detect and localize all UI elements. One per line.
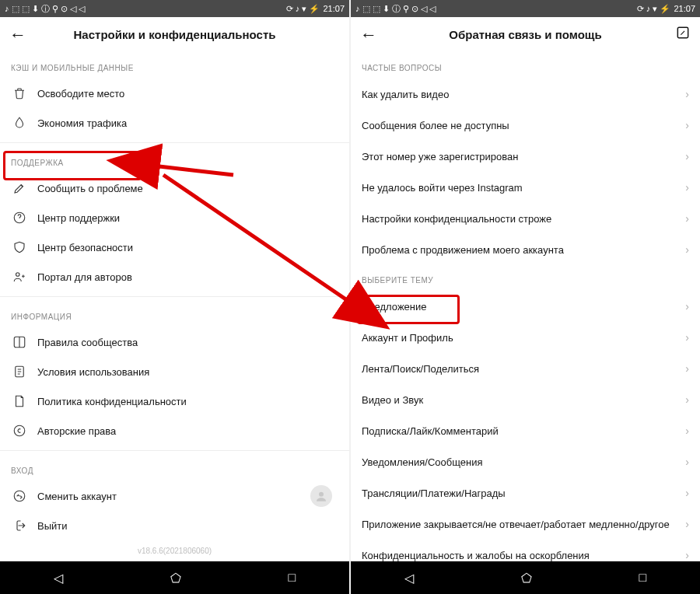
drop-icon — [11, 116, 28, 130]
divider — [0, 142, 349, 143]
chevron-right-icon: › — [685, 150, 689, 162]
faq-item[interactable]: Этот номер уже зарегистрирован› — [351, 141, 700, 172]
section-faq-header: ЧАСТЫЕ ВОПРОСЫ — [351, 53, 700, 79]
row-support-center[interactable]: Центр поддержки — [0, 203, 349, 232]
phone-right: ♪ ⬚ ⬚ ⬇ ⓘ ⚲ ⊙ ◁ ◁ ⟳ ♪ ▾ ⚡ 21:07 ← Обратн… — [351, 0, 700, 594]
back-icon[interactable]: ← — [360, 25, 377, 45]
nav-back-icon[interactable]: ◁ — [404, 571, 414, 585]
row-logout[interactable]: Выйти — [0, 511, 349, 540]
row-safety-center[interactable]: Центр безопасности — [0, 232, 349, 262]
faq-item[interactable]: Настройки конфиденциальности строже› — [351, 203, 700, 234]
row-label: Приложение закрывается/не отвечает/работ… — [362, 519, 685, 530]
chevron-right-icon: › — [685, 212, 689, 225]
nav-bar: ◁ ⬠ □ — [0, 561, 349, 594]
chevron-right-icon: › — [685, 456, 689, 468]
row-label: Сменить аккаунт — [37, 491, 310, 502]
faq-item[interactable]: Сообщения более не доступны› — [351, 110, 700, 141]
back-icon[interactable]: ← — [9, 25, 26, 45]
row-label: Как удалить видео — [362, 89, 685, 100]
row-data-saver[interactable]: Экономия трафика — [0, 108, 349, 138]
row-label: Авторские права — [37, 425, 338, 437]
shield-icon — [11, 240, 28, 254]
row-label: Аккаунт и Профиль — [362, 332, 685, 344]
pencil-icon — [11, 181, 28, 195]
topic-item[interactable]: Предложение› — [351, 291, 700, 322]
row-label: Выйти — [37, 520, 338, 532]
section-topics-header: ВЫБЕРИТЕ ТЕМУ — [351, 265, 700, 291]
row-label: Уведомления/Сообщения — [362, 456, 685, 468]
row-privacy-policy[interactable]: Политика конфиденциальности — [0, 386, 349, 416]
status-bar: ♪ ⬚ ⬚ ⬇ ⓘ ⚲ ⊙ ◁ ◁ ⟳ ♪ ▾ ⚡ 21:07 — [0, 0, 349, 17]
trash-icon — [11, 86, 28, 100]
nav-home-icon[interactable]: ⬠ — [170, 571, 181, 585]
svg-point-1 — [16, 273, 20, 277]
nav-recent-icon[interactable]: □ — [639, 571, 646, 585]
topic-item[interactable]: Видео и Звук› — [351, 384, 700, 415]
logout-icon — [11, 519, 28, 533]
topic-item[interactable]: Приложение закрывается/не отвечает/работ… — [351, 508, 700, 540]
row-label: Лента/Поиск/Поделиться — [362, 363, 685, 375]
chevron-right-icon: › — [685, 362, 689, 375]
compose-icon[interactable] — [675, 25, 691, 44]
status-bar: ♪ ⬚ ⬚ ⬇ ⓘ ⚲ ⊙ ◁ ◁ ⟳ ♪ ▾ ⚡ 21:07 — [351, 0, 700, 17]
book-icon — [11, 335, 28, 349]
chevron-right-icon: › — [685, 393, 689, 406]
faq-item[interactable]: Проблема с продвижением моего аккаунта› — [351, 234, 700, 265]
nav-back-icon[interactable]: ◁ — [54, 571, 63, 585]
faq-item[interactable]: Не удалось войти через Instagram› — [351, 172, 700, 203]
topic-item[interactable]: Лента/Поиск/Поделиться› — [351, 353, 700, 384]
row-label: Политика конфиденциальности — [37, 396, 338, 407]
avatar-icon — [310, 485, 332, 507]
nav-recent-icon[interactable]: □ — [288, 571, 296, 585]
section-cache-header: КЭШ И МОБИЛЬНЫЕ ДАННЫЕ — [0, 53, 349, 79]
nav-home-icon[interactable]: ⬠ — [521, 571, 532, 585]
app-bar: ← Обратная связь и помощь — [351, 17, 700, 53]
row-label: Экономия трафика — [37, 117, 338, 129]
row-label: Трансляции/Платежи/Награды — [362, 487, 685, 499]
help-icon — [11, 211, 28, 225]
topic-item[interactable]: Уведомления/Сообщения› — [351, 446, 700, 477]
chevron-right-icon: › — [685, 331, 689, 344]
topic-item[interactable]: Трансляции/Платежи/Награды› — [351, 477, 700, 508]
divider — [0, 450, 349, 451]
status-time: 21:07 — [674, 4, 695, 13]
chevron-right-icon: › — [685, 518, 689, 530]
topic-item[interactable]: Конфиденциальность и жалобы на оскорблен… — [351, 540, 700, 561]
chevron-right-icon: › — [685, 487, 689, 499]
chevron-right-icon: › — [685, 425, 689, 437]
row-label: Предложение — [362, 301, 685, 313]
row-copyright[interactable]: Авторские права — [0, 416, 349, 446]
row-creator-portal[interactable]: Портал для авторов — [0, 262, 349, 292]
row-community-rules[interactable]: Правила сообщества — [0, 327, 349, 357]
row-label: Подписка/Лайк/Комментарий — [362, 425, 685, 437]
faq-item[interactable]: Как удалить видео› — [351, 79, 700, 110]
svg-point-3 — [14, 425, 25, 436]
row-free-space[interactable]: Освободите место — [0, 79, 349, 108]
divider — [0, 296, 349, 297]
copyright-icon — [11, 424, 28, 438]
row-label: Настройки конфиденциальности строже — [362, 213, 685, 225]
chevron-right-icon: › — [685, 243, 689, 256]
row-label: Центр безопасности — [37, 242, 338, 253]
chevron-right-icon: › — [685, 119, 689, 131]
phone-left: ♪ ⬚ ⬚ ⬇ ⓘ ⚲ ⊙ ◁ ◁ ⟳ ♪ ▾ ⚡ 21:07 ← Настро… — [0, 0, 349, 594]
row-label: Портал для авторов — [37, 271, 338, 283]
row-terms[interactable]: Условия использования — [0, 357, 349, 386]
chevron-right-icon: › — [685, 549, 689, 561]
section-login-header: ВХОД — [0, 456, 349, 481]
topic-account-profile[interactable]: Аккаунт и Профиль› — [351, 322, 700, 353]
chevron-right-icon: › — [685, 300, 689, 313]
status-time: 21:07 — [323, 4, 345, 13]
row-report-problem[interactable]: Сообщить о проблеме — [0, 173, 349, 203]
row-label: Условия использования — [37, 366, 338, 378]
row-label: Конфиденциальность и жалобы на оскорблен… — [362, 550, 685, 561]
row-switch-account[interactable]: Сменить аккаунт — [0, 481, 349, 511]
topic-item[interactable]: Подписка/Лайк/Комментарий› — [351, 415, 700, 446]
person-icon — [11, 270, 28, 284]
feedback-list: ЧАСТЫЕ ВОПРОСЫ Как удалить видео› Сообще… — [351, 53, 700, 561]
chevron-right-icon: › — [685, 88, 689, 100]
svg-point-5 — [319, 492, 324, 497]
section-support-header: ПОДДЕРЖКА — [0, 148, 349, 173]
document-icon — [11, 365, 28, 379]
row-label: Этот номер уже зарегистрирован — [362, 151, 685, 162]
